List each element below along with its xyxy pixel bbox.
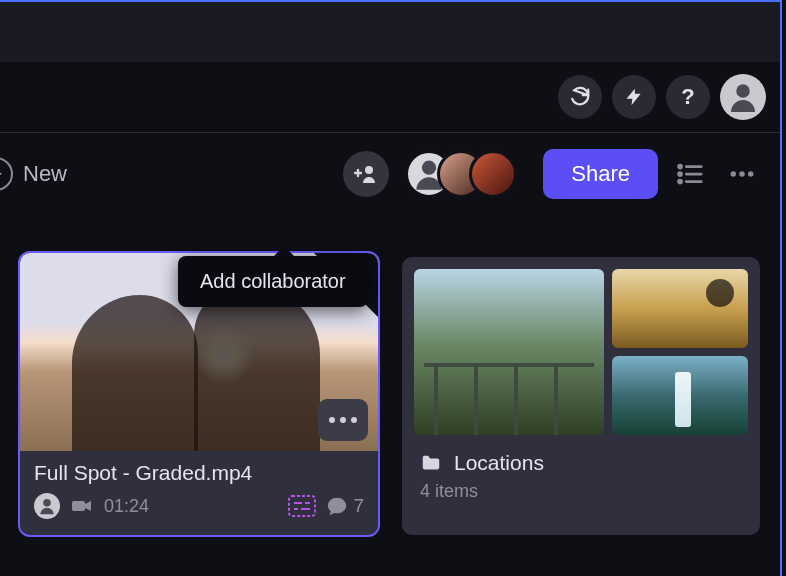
cc-badge[interactable] <box>288 495 316 517</box>
svg-point-2 <box>422 161 436 175</box>
tooltip-text: Add collaborator <box>200 270 346 292</box>
folder-title: Locations <box>454 451 544 475</box>
bolt-icon <box>624 87 644 107</box>
help-button[interactable]: ? <box>666 75 710 119</box>
add-collaborator-button[interactable] <box>343 151 389 197</box>
svg-rect-13 <box>72 501 85 511</box>
uploader-avatar[interactable] <box>34 493 60 519</box>
svg-point-11 <box>748 171 754 177</box>
user-icon <box>37 496 57 516</box>
list-icon <box>675 159 705 189</box>
card-more-button[interactable] <box>318 399 368 441</box>
help-icon: ? <box>681 84 694 110</box>
svg-point-10 <box>739 171 745 177</box>
svg-point-12 <box>43 499 51 507</box>
video-duration: 01:24 <box>104 496 149 517</box>
cc-icon <box>288 495 316 517</box>
svg-point-7 <box>679 180 682 183</box>
content-grid: Full Spot - Graded.mp4 01:24 <box>0 215 780 555</box>
svg-point-3 <box>679 165 682 168</box>
video-title: Full Spot - Graded.mp4 <box>34 461 364 485</box>
user-icon <box>725 79 761 115</box>
comment-icon <box>326 495 348 517</box>
more-horizontal-icon <box>727 159 757 189</box>
svg-point-9 <box>731 171 737 177</box>
add-user-icon <box>354 162 378 186</box>
more-button[interactable] <box>722 159 762 189</box>
video-camera-icon <box>70 494 94 518</box>
folder-card[interactable]: Locations 4 items <box>402 257 760 535</box>
account-avatar[interactable] <box>720 74 766 120</box>
refresh-icon <box>569 86 591 108</box>
header-band <box>0 2 780 62</box>
list-view-button[interactable] <box>670 159 710 189</box>
refresh-button[interactable] <box>558 75 602 119</box>
new-button[interactable]: + New <box>0 157 67 191</box>
svg-rect-14 <box>289 496 315 516</box>
collaborator-stack <box>405 150 517 198</box>
new-label: New <box>23 161 67 187</box>
folder-thumbnails <box>402 257 760 447</box>
comment-count[interactable]: 7 <box>326 495 364 517</box>
lower-toolbar: + New Share <box>0 133 780 215</box>
upper-toolbar: ? <box>0 62 780 132</box>
folder-item-count: 4 items <box>420 481 742 502</box>
comment-count-value: 7 <box>353 495 364 517</box>
svg-point-5 <box>679 173 682 176</box>
bolt-button[interactable] <box>612 75 656 119</box>
tooltip-add-collaborator: Add collaborator <box>178 256 368 307</box>
share-button[interactable]: Share <box>543 149 658 199</box>
share-label: Share <box>571 161 630 186</box>
svg-point-1 <box>365 166 373 174</box>
svg-point-0 <box>736 84 750 98</box>
folder-icon <box>420 452 442 474</box>
collaborator-avatar[interactable] <box>469 150 517 198</box>
plus-circle-icon: + <box>0 157 13 191</box>
